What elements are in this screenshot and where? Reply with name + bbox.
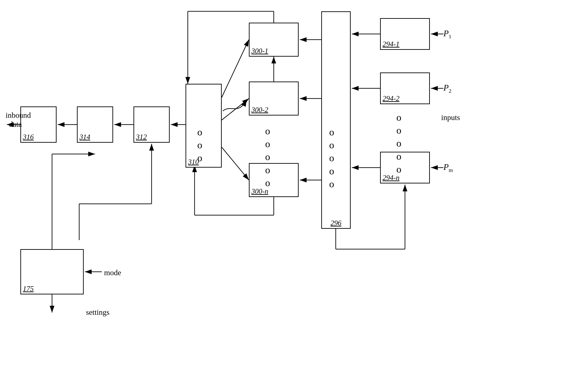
box-300-1-label: 300-1 <box>251 47 268 55</box>
box-300-2-label: 300-2 <box>251 105 268 114</box>
dots-310-side: ooo <box>197 126 203 165</box>
label-P1: P1 <box>443 28 451 40</box>
label-settings: settings <box>86 308 110 317</box>
box-312-label: 312 <box>136 133 147 141</box>
box-294-1: 294-1 <box>380 18 430 50</box>
box-294-n: 294-n <box>380 152 430 184</box>
label-inputs: inputs <box>441 113 460 122</box>
dots-294-series: ooooo <box>396 111 402 176</box>
label-P2: P2 <box>443 83 451 94</box>
box-294-2: 294-2 <box>380 72 430 104</box>
label-inbound: inbound <box>6 111 31 120</box>
box-296: 296 <box>321 11 351 229</box>
box-312: 312 <box>133 106 170 143</box>
dots-296-side: ooooo <box>329 126 335 191</box>
box-175-label: 175 <box>23 285 34 293</box>
box-300-n: 300-n <box>249 163 299 197</box>
box-310: 310 <box>186 84 222 168</box>
box-294-2-label: 294-2 <box>383 94 399 102</box>
diagram: 316 314 312 310 300-1 300-2 300-n 296 29… <box>0 0 588 390</box>
box-175: 175 <box>20 249 84 294</box>
box-314-label: 314 <box>79 133 90 141</box>
svg-line-6 <box>222 40 249 98</box>
box-300-2: 300-2 <box>249 82 299 115</box>
svg-line-7 <box>222 98 249 120</box>
label-Pm: Pm <box>443 162 453 173</box>
box-314: 314 <box>77 106 113 143</box>
box-294-1-label: 294-1 <box>383 40 399 48</box>
box-300-1: 300-1 <box>249 23 299 57</box>
box-316-label: 316 <box>23 133 34 141</box>
dots-300-series: ooooo <box>265 125 271 189</box>
label-mode: mode <box>104 268 121 277</box>
box-296-label: 296 <box>331 219 341 227</box>
label-data: data <box>9 120 22 129</box>
svg-line-8 <box>222 147 249 180</box>
